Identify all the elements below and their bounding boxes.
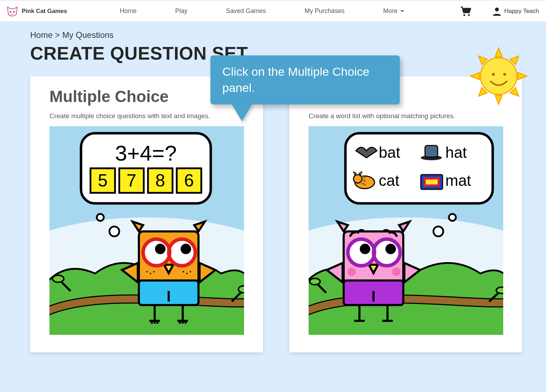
nav-link-my-purchases[interactable]: My Purchases <box>305 7 345 15</box>
nav-link-more[interactable]: More <box>383 7 405 15</box>
mc-illustration-icon: 3+4=? 5 7 8 6 <box>49 126 244 335</box>
cards-row: Multiple Choice Create multiple choice q… <box>30 76 516 352</box>
sun-decoration-icon <box>469 46 528 107</box>
svg-point-21 <box>156 245 164 253</box>
svg-point-6 <box>492 73 495 76</box>
svg-point-54 <box>348 268 356 276</box>
svg-point-1 <box>13 11 15 13</box>
nav-links: Home Play Saved Games My Purchases More <box>120 7 404 15</box>
brand-name: Pink Cat Games <box>22 8 67 15</box>
svg-point-2 <box>463 14 465 16</box>
svg-point-53 <box>386 245 395 253</box>
svg-point-25 <box>153 271 155 272</box>
cart-icon[interactable] <box>460 6 471 16</box>
breadcrumb-sep: > <box>55 30 60 40</box>
page-body: Home > My Questions CREATE QUESTION SET … <box>0 22 546 392</box>
breadcrumb-home[interactable]: Home <box>30 30 53 40</box>
svg-text:7: 7 <box>127 171 136 190</box>
breadcrumb-current: My Questions <box>62 30 114 40</box>
breadcrumb: Home > My Questions <box>30 30 516 40</box>
multiple-choice-panel[interactable]: Multiple Choice Create multiple choice q… <box>30 76 263 352</box>
tutorial-tooltip-text: Click on the Multiple Choice panel. <box>222 65 370 94</box>
nav-link-home[interactable]: Home <box>120 7 136 15</box>
svg-point-52 <box>361 245 369 253</box>
svg-point-30 <box>97 214 104 221</box>
svg-point-4 <box>495 7 499 11</box>
svg-text:mat: mat <box>445 172 471 189</box>
svg-point-23 <box>146 271 148 272</box>
svg-point-57 <box>449 214 456 221</box>
svg-point-42 <box>310 278 320 285</box>
svg-point-24 <box>150 273 151 274</box>
svg-point-26 <box>183 271 184 272</box>
svg-point-7 <box>503 73 506 76</box>
word-list-panel[interactable]: Word List Create a word list with option… <box>289 76 522 352</box>
svg-text:8: 8 <box>155 171 165 190</box>
svg-point-28 <box>190 271 191 272</box>
svg-text:6: 6 <box>184 171 194 190</box>
user-menu[interactable]: Happy Teach <box>492 7 539 16</box>
nav-link-play[interactable]: Play <box>175 7 187 15</box>
nav-right: Happy Teach <box>460 6 539 16</box>
wl-illustration-icon: bat hat cat mat <box>309 126 503 335</box>
svg-point-5 <box>480 58 517 94</box>
svg-text:bat: bat <box>379 144 400 161</box>
caret-down-icon <box>400 9 405 13</box>
svg-text:5: 5 <box>98 171 108 190</box>
svg-point-27 <box>186 273 188 274</box>
top-nav: Pink Cat Games Home Play Saved Games My … <box>0 0 546 22</box>
svg-point-43 <box>496 287 503 293</box>
svg-point-3 <box>468 14 470 16</box>
svg-rect-58 <box>345 133 493 203</box>
svg-point-11 <box>238 286 244 293</box>
svg-point-55 <box>392 268 400 276</box>
svg-point-22 <box>182 245 190 253</box>
pink-cat-logo-icon <box>6 5 18 17</box>
svg-text:cat: cat <box>379 172 399 189</box>
user-icon <box>492 7 501 16</box>
tutorial-tooltip: Click on the Multiple Choice panel. <box>210 55 400 104</box>
svg-point-10 <box>53 275 64 282</box>
svg-rect-61 <box>425 146 438 157</box>
wl-desc: Create a word list with optional matchin… <box>309 112 503 120</box>
svg-rect-68 <box>426 180 438 184</box>
svg-point-0 <box>9 11 11 13</box>
mc-question-text: 3+4=? <box>115 141 177 165</box>
svg-point-29 <box>109 227 119 236</box>
user-name-label: Happy Teach <box>504 8 539 15</box>
svg-text:hat: hat <box>445 144 467 161</box>
mc-desc: Create multiple choice questions with te… <box>49 112 244 120</box>
brand[interactable]: Pink Cat Games <box>6 5 67 17</box>
svg-point-56 <box>433 227 443 236</box>
nav-link-saved-games[interactable]: Saved Games <box>226 7 266 15</box>
